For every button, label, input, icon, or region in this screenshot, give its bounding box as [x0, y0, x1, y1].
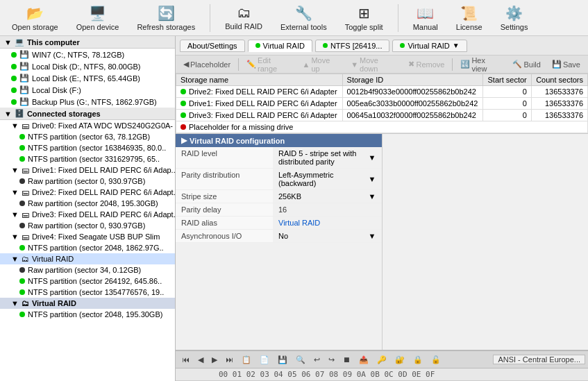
- hex-view-button[interactable]: 🔣 Hex view: [455, 54, 506, 75]
- config-value-dropdown[interactable]: 256KB ▼: [273, 190, 382, 203]
- build-raid-button[interactable]: 🗂 Build RAID: [219, 3, 269, 33]
- config-right: [383, 134, 589, 350]
- table-row[interactable]: Placeholder for a missing drive: [176, 121, 588, 133]
- connected-storages-header[interactable]: ▼ 🗄️ Connected storages: [0, 108, 175, 120]
- config-value-text: Left-Asymmetric (backward): [278, 171, 369, 187]
- settings-button[interactable]: ⚙️ Settings: [494, 3, 535, 33]
- drive-icon: 💾: [19, 97, 29, 106]
- open-storage-icon: 📂: [26, 5, 44, 22]
- export-button[interactable]: 📤: [355, 354, 372, 366]
- status-dot: [19, 245, 25, 251]
- virtual-raid-item[interactable]: ▼ 🗂 Virtual RAID: [0, 253, 175, 264]
- stop-button[interactable]: ⏹: [339, 354, 354, 365]
- list-item[interactable]: NTFS partition (sector 1354776576, 19..: [0, 287, 175, 298]
- config-value-dropdown[interactable]: RAID 5 - stripe set with distributed par…: [273, 147, 382, 168]
- find-button[interactable]: 🔍: [292, 354, 309, 366]
- list-item[interactable]: NTFS partition (sector 2048, 1862.97G..: [0, 242, 175, 253]
- build-raid-icon: 🗂: [237, 5, 251, 21]
- tab-virtual-raid[interactable]: Virtual RAID: [248, 40, 312, 52]
- toggle-split-button[interactable]: ⊞ Toggle split: [339, 3, 389, 33]
- list-item[interactable]: ▼ 🖴 Drive0: Fixed ATA WDC WDS240G2G0A-: [0, 120, 175, 131]
- list-item[interactable]: ▼ 🖴 Drive3: Fixed DELL RAID PERC 6/i Ada…: [0, 209, 175, 220]
- list-item[interactable]: ▼ 🖴 Drive1: Fixed DELL RAID PERC 6/i Ada…: [0, 164, 175, 176]
- config-value: 16: [273, 203, 382, 216]
- item-label: NTFS partition (sector 2048, 1862.97G..: [28, 244, 164, 252]
- status-dot: [19, 201, 25, 206]
- main-layout: ▼ 💻 This computer 💾 WIN7 (C:, NTFS, 78.1…: [0, 36, 588, 381]
- list-item[interactable]: 💾 Backup Plus (G:, NTFS, 1862.97GB): [0, 96, 175, 108]
- tab-ntfs[interactable]: NTFS [26419...: [315, 40, 390, 52]
- status-dot: [11, 87, 17, 93]
- back-icon: ◀: [183, 60, 189, 69]
- list-item[interactable]: Raw partition (sector 2048, 195.30GB): [0, 198, 175, 209]
- nav-next-button[interactable]: ▶: [208, 354, 221, 366]
- key-button[interactable]: 🔑: [373, 354, 390, 366]
- tab-about[interactable]: About/Settings: [180, 40, 245, 52]
- list-item[interactable]: NTFS partition (sector 331629795, 65..: [0, 153, 175, 164]
- refresh-button[interactable]: 🔄 Refresh storages: [131, 3, 201, 33]
- open-device-button[interactable]: 🖥️ Open device: [70, 3, 126, 33]
- edit-range-button[interactable]: ✏️ Edit range: [242, 54, 296, 75]
- dropdown-icon[interactable]: ▼: [369, 232, 376, 240]
- move-up-icon: ▲: [302, 60, 310, 69]
- list-item[interactable]: ▼ 🖴 Drive2: Fixed DELL RAID PERC 6/i Ada…: [0, 187, 175, 198]
- move-down-button[interactable]: ▼ Move down: [346, 54, 402, 75]
- nav-prev-button[interactable]: ◀: [194, 354, 207, 366]
- lock2-button[interactable]: 🔒: [410, 354, 426, 366]
- storage-name-cell: Drive3: Fixed DELL RAID PERC 6/i Adapter: [176, 110, 343, 121]
- list-item[interactable]: 💾 Local Disk (E:, NTFS, 65.44GB): [0, 72, 175, 84]
- redo-button[interactable]: ↪: [325, 354, 338, 366]
- nav-last-button[interactable]: ⏭: [222, 354, 237, 365]
- count-sectors-cell: 136533376: [531, 98, 587, 110]
- new-button[interactable]: 📄: [256, 354, 273, 366]
- external-tools-button[interactable]: 🔧 External tools: [274, 3, 333, 33]
- list-item[interactable]: ▼ 🖴 Drive4: Fixed Seagate USB BUP Slim: [0, 231, 175, 242]
- save-button[interactable]: 💾 Save: [547, 58, 585, 71]
- move-up-button[interactable]: ▲ Move up: [297, 54, 344, 75]
- license-label: License: [456, 23, 482, 31]
- lock-button[interactable]: 🔐: [392, 354, 408, 366]
- virtual-raid2-item[interactable]: ▼ 🗂 Virtual RAID: [0, 298, 175, 309]
- list-item[interactable]: 💾 Local Disk (D:, NTFS, 80.00GB): [0, 60, 175, 72]
- edit-range-label: Edit range: [258, 56, 291, 73]
- item-label: Local Disk (D:, NTFS, 80.00GB): [32, 62, 141, 71]
- item-label: Drive0: Fixed ATA WDC WDS240G2G0A-: [32, 121, 173, 130]
- table-row[interactable]: Drive2: Fixed DELL RAID PERC 6/i Adapter…: [176, 86, 588, 98]
- dropdown-icon[interactable]: ▼: [369, 153, 376, 162]
- open-storage-label: Open storage: [12, 23, 58, 31]
- left-panel: ▼ 💻 This computer 💾 WIN7 (C:, NTFS, 78.1…: [0, 36, 176, 381]
- tab-virtual-raid-2[interactable]: Virtual RAID ▼: [392, 40, 467, 52]
- config-value: Virtual RAID: [273, 217, 382, 229]
- config-value-dropdown[interactable]: No ▼: [273, 230, 382, 242]
- build-button[interactable]: 🔨 Build: [507, 58, 545, 71]
- list-item[interactable]: Raw partition (sector 0, 930.97GB): [0, 220, 175, 231]
- table-row[interactable]: Drive3: Fixed DELL RAID PERC 6/i Adapter…: [176, 110, 588, 121]
- back-button[interactable]: ◀ Placeholder: [178, 58, 235, 71]
- dropdown-icon[interactable]: ▼: [369, 192, 376, 201]
- list-item[interactable]: Raw partition (sector 0, 930.97GB): [0, 176, 175, 187]
- list-item[interactable]: 💾 Local Disk (F:): [0, 84, 175, 96]
- open-storage-button[interactable]: 📂 Open storage: [6, 3, 65, 33]
- manual-button[interactable]: 📖 Manual: [407, 3, 444, 33]
- unlock-button[interactable]: 🔓: [428, 354, 444, 366]
- config-value-dropdown[interactable]: Left-Asymmetric (backward) ▼: [273, 169, 382, 189]
- license-button[interactable]: 📜 License: [450, 3, 489, 33]
- copy-button[interactable]: 📋: [238, 354, 255, 366]
- col-storage-name: Storage name: [176, 74, 343, 86]
- table-row[interactable]: Drive1: Fixed DELL RAID PERC 6/i Adapter…: [176, 98, 588, 110]
- this-computer-header[interactable]: ▼ 💻 This computer: [0, 36, 175, 49]
- remove-button[interactable]: ✖ Remove: [403, 58, 449, 71]
- tab-dropdown-icon[interactable]: ▼: [453, 42, 460, 49]
- save2-button[interactable]: 💾: [274, 354, 291, 366]
- list-item[interactable]: NTFS partition (sector 264192, 645.86..: [0, 276, 175, 287]
- list-item[interactable]: NTFS partition (sector 63, 78.12GB): [0, 131, 175, 142]
- dropdown-icon[interactable]: ▼: [369, 175, 376, 183]
- status-dot: [19, 145, 25, 151]
- settings-icon: ⚙️: [505, 5, 523, 22]
- list-item[interactable]: Raw partition (sector 34, 0.12GB): [0, 264, 175, 276]
- nav-first-button[interactable]: ⏮: [178, 354, 193, 365]
- undo-button[interactable]: ↩: [310, 354, 324, 366]
- list-item[interactable]: NTFS partition (sector 163846935, 80.0..: [0, 142, 175, 153]
- list-item[interactable]: 💾 WIN7 (C:, NTFS, 78.12GB): [0, 49, 175, 60]
- list-item[interactable]: NTFS partition (sector 2048, 195.30GB): [0, 309, 175, 320]
